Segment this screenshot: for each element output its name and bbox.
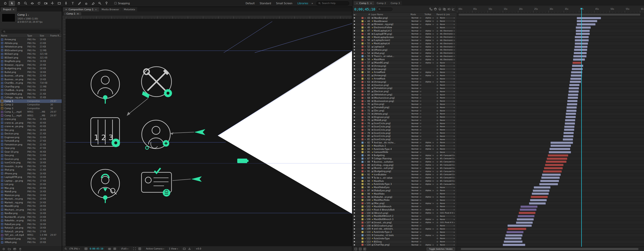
layer-row[interactable]: ▸106★MaskBoltWrench 3Normal▾Alpha▾◎None▾ <box>352 218 457 221</box>
frame-blending-icon[interactable] <box>443 7 446 11</box>
layer-expand-arrow[interactable]: ▸ <box>364 218 366 220</box>
layer-visibility-toggle[interactable] <box>354 68 355 70</box>
layer-row[interactable]: ▸98★MaskRoboNormal▾◎None▾ <box>352 192 457 196</box>
layer-trkmat-select[interactable]: Alpha▾ <box>424 212 434 214</box>
pick-whip-icon[interactable]: ◎ <box>436 151 438 153</box>
layer-row[interactable]: ▸72▦[Doc.png]Normal▾◎None▾ <box>352 109 457 112</box>
layer-visibility-toggle[interactable] <box>354 81 355 82</box>
layer-expand-arrow[interactable]: ▸ <box>364 42 366 44</box>
layer-row[interactable]: ▸66▦[DocIcon.png]Normal▾◎None▾ <box>352 90 457 93</box>
layer-mode-select[interactable]: Normal▾ <box>410 205 422 208</box>
layer-duration-row[interactable] <box>457 32 644 36</box>
layer-label-swatch[interactable] <box>362 106 364 108</box>
project-file-row[interactable]: ChatBub...le.pngPNG file19 KB <box>0 88 62 92</box>
layer-label-swatch[interactable] <box>362 148 364 150</box>
layer-mode-select[interactable]: Normal▾ <box>410 100 422 102</box>
layer-label-swatch[interactable] <box>362 138 364 140</box>
layer-trkmat-select[interactable]: Alpha▾ <box>424 55 434 58</box>
layer-row[interactable]: ▸104▦[Wrench.png]Normal▾Alpha▾◎103. Pivo… <box>352 212 457 215</box>
pick-whip-icon[interactable]: ◎ <box>436 100 438 102</box>
layer-duration-row[interactable] <box>457 39 644 42</box>
layer-visibility-toggle[interactable] <box>354 75 355 76</box>
layer-duration-row[interactable] <box>457 84 644 87</box>
layer-expand-arrow[interactable]: ▸ <box>364 225 366 227</box>
layer-trkmat-select[interactable]: Al­pha▾ <box>424 20 434 22</box>
layer-duration-row[interactable] <box>457 189 644 192</box>
layer-duration-row[interactable] <box>457 74 644 77</box>
layer-mode-select[interactable]: Normal▾ <box>410 26 422 29</box>
layer-duration-bar[interactable] <box>533 190 550 192</box>
layer-visibility-toggle[interactable] <box>354 187 355 188</box>
project-file-row[interactable]: RotaryS...pe.pngPNG file17 KB <box>0 230 62 234</box>
layer-row[interactable]: ▸93TTo be s...eir valueNormal▾Alpha▾◎85.… <box>352 176 457 180</box>
layer-duration-bar[interactable] <box>520 206 537 208</box>
layer-row[interactable]: ▸99▦[RoboAd...or.png]Normal▾Alpha▾◎None▾ <box>352 196 457 199</box>
pick-whip-icon[interactable]: ◎ <box>436 221 438 224</box>
help-search[interactable] <box>316 1 349 5</box>
layer-duration-bar[interactable] <box>565 119 575 121</box>
layer-parent-select[interactable]: None▾ <box>439 192 456 195</box>
layer-expand-arrow[interactable]: ▸ <box>364 74 366 76</box>
layer-label-swatch[interactable] <box>362 193 364 195</box>
layer-label-swatch[interactable] <box>362 225 364 227</box>
layer-trkmat-select[interactable]: Alpha▾ <box>424 244 434 246</box>
layer-expand-arrow[interactable]: ▸ <box>364 90 366 92</box>
layer-duration-row[interactable] <box>457 90 644 93</box>
layer-expand-arrow[interactable]: ▸ <box>364 161 366 163</box>
pick-whip-icon[interactable]: ◎ <box>436 234 438 237</box>
layer-duration-row[interactable] <box>457 125 644 128</box>
layer-row[interactable]: ▸57▦[MazeBG.png]Normal▾Alpha▾◎None▾ <box>352 61 457 64</box>
layer-visibility-toggle[interactable] <box>354 62 355 63</box>
layer-mode-select[interactable]: Normal▾ <box>410 113 422 115</box>
layer-label-swatch[interactable] <box>362 206 364 208</box>
layer-label-swatch[interactable] <box>362 74 364 76</box>
project-file-row[interactable]: BGGradient.pngPNG file12 MB <box>0 49 62 52</box>
pick-whip-icon[interactable]: ◎ <box>436 78 438 80</box>
graph-editor-icon[interactable] <box>452 7 455 11</box>
layer-visibility-toggle[interactable] <box>354 107 355 108</box>
layer-duration-row[interactable] <box>457 122 644 125</box>
project-file-row[interactable]: Engineer.pngPNG file33 KB <box>0 136 62 139</box>
pick-whip-icon[interactable]: ◎ <box>436 65 438 67</box>
pick-whip-icon[interactable]: ◎ <box>436 199 438 201</box>
layer-mode-select[interactable]: Normal▾ <box>410 49 422 51</box>
layer-duration-row[interactable] <box>457 112 644 116</box>
layer-expand-arrow[interactable]: ▸ <box>364 126 366 128</box>
home-tool[interactable] <box>2 1 8 6</box>
layer-duration-row[interactable] <box>457 151 644 154</box>
layer-label-swatch[interactable] <box>362 199 364 201</box>
layer-mode-select[interactable]: Normal▾ <box>410 218 422 221</box>
project-file-row[interactable]: Athlete.pngPNG file23 KB <box>0 41 62 45</box>
layer-trkmat-select[interactable]: Alpha▾ <box>424 29 434 32</box>
layer-mode-select[interactable]: Normal▾ <box>410 39 422 42</box>
project-file-row[interactable]: Comp 1_...mp4MPEG…MB29.97 <box>0 110 62 114</box>
project-file-row[interactable]: College...ng.pngPNG file35 KB <box>0 96 62 99</box>
project-file-row[interactable]: MaleB.pngPNG file16 KB <box>0 190 62 194</box>
layer-mode-select[interactable]: Normal▾ <box>410 189 422 192</box>
layer-parent-select[interactable]: None▾ <box>439 138 456 141</box>
pick-whip-icon[interactable]: ◎ <box>436 30 438 32</box>
column-type[interactable]: Type <box>27 34 40 37</box>
layer-mode-select[interactable]: Normal▾ <box>410 68 422 70</box>
layer-expand-arrow[interactable]: ▸ <box>364 241 366 243</box>
layer-parent-select[interactable]: 46. Electronic▾ <box>439 45 456 48</box>
layer-parent-select[interactable]: 46. Electronic▾ <box>439 29 456 32</box>
layer-mode-select[interactable]: Normal▾ <box>410 224 422 227</box>
layer-label-swatch[interactable] <box>362 151 364 153</box>
layer-label-swatch[interactable] <box>362 212 364 214</box>
layer-label-swatch[interactable] <box>362 78 364 80</box>
show-snapshot-icon[interactable] <box>113 247 116 250</box>
close-icon[interactable]: × <box>77 12 79 15</box>
layer-mode-select[interactable]: Normal▾ <box>410 138 422 141</box>
layer-label-swatch[interactable] <box>362 62 364 64</box>
layer-duration-row[interactable] <box>457 141 644 144</box>
layer-duration-bar[interactable] <box>575 36 589 38</box>
layer-duration-row[interactable] <box>457 212 644 215</box>
layer-duration-row[interactable] <box>457 45 644 48</box>
layer-row[interactable]: ▸108▦[BGGradient.png]Normal▾◎None▾ <box>352 224 457 228</box>
layer-row[interactable]: ▸65▦[FemaleIcon.png]Normal▾◎None▾ <box>352 87 457 90</box>
layer-visibility-toggle[interactable] <box>354 148 355 150</box>
layer-duration-bar[interactable] <box>506 234 522 237</box>
layer-mode-select[interactable]: Normal▾ <box>410 234 422 237</box>
layer-row[interactable]: ▸67▦[AthleteIcon.png]Normal▾◎None▾ <box>352 93 457 96</box>
